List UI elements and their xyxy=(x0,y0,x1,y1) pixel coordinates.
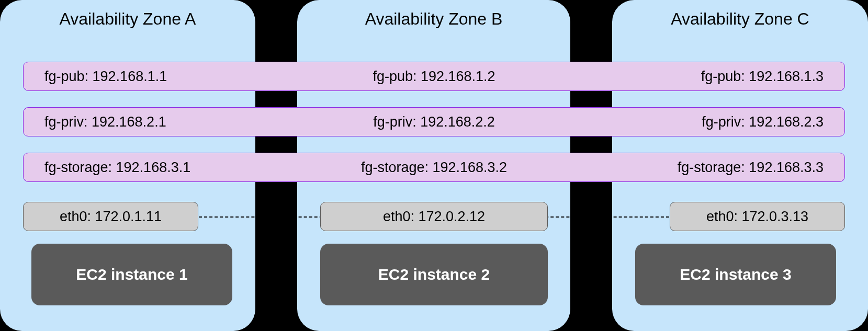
subnet-pub-b: fg-pub: 192.168.1.2 xyxy=(304,69,563,85)
subnet-priv-c: fg-priv: 192.168.2.3 xyxy=(564,114,824,130)
zone-title-c: Availability Zone C xyxy=(612,9,868,29)
subnet-pub-a: fg-pub: 192.168.1.1 xyxy=(44,69,304,85)
subnet-pub-c: fg-pub: 192.168.1.3 xyxy=(564,69,824,85)
subnet-stor-a: fg-storage: 192.168.3.1 xyxy=(44,159,304,176)
subnet-band-fg-priv: fg-priv: 192.168.2.1 fg-priv: 192.168.2.… xyxy=(23,107,845,136)
subnet-priv-a: fg-priv: 192.168.2.1 xyxy=(44,114,304,130)
ec2-instance-b: EC2 instance 2 xyxy=(320,244,548,305)
ec2-instance-a: EC2 instance 1 xyxy=(31,244,232,305)
eth-box-c: eth0: 172.0.3.13 xyxy=(670,202,845,231)
subnet-priv-b: fg-priv: 192.168.2.2 xyxy=(304,114,563,130)
subnet-band-fg-storage: fg-storage: 192.168.3.1 fg-storage: 192.… xyxy=(23,153,845,182)
ec2-instance-c: EC2 instance 3 xyxy=(635,244,836,305)
eth-box-b: eth0: 172.0.2.12 xyxy=(320,202,548,231)
subnet-stor-c: fg-storage: 192.168.3.3 xyxy=(564,159,824,176)
zone-title-a: Availability Zone A xyxy=(0,9,255,29)
subnet-band-fg-pub: fg-pub: 192.168.1.1 fg-pub: 192.168.1.2 … xyxy=(23,62,845,91)
eth-box-a: eth0: 172.0.1.11 xyxy=(23,202,198,231)
eth-row: eth0: 172.0.1.11 eth0: 172.0.2.12 eth0: … xyxy=(0,202,868,231)
zone-title-b: Availability Zone B xyxy=(297,9,570,29)
subnet-stor-b: fg-storage: 192.168.3.2 xyxy=(304,159,563,176)
